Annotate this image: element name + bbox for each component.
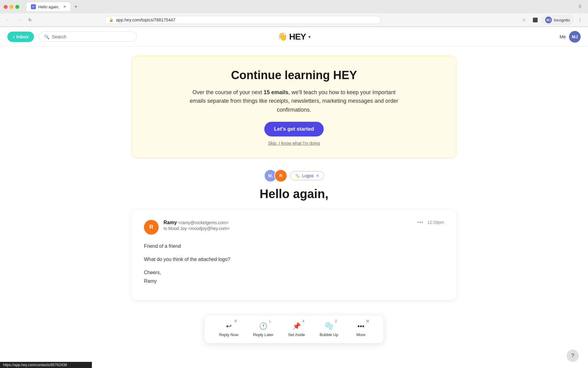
inbox-label: Inbox <box>16 34 28 39</box>
tab-favicon: H <box>31 4 36 9</box>
search-bar[interactable]: 🔍 Search <box>39 32 137 42</box>
learning-banner: Continue learning HEY Over the course of… <box>132 56 456 158</box>
email-card: R Ramy <ramy@rocketgems.com> to Mood Joy… <box>132 210 456 300</box>
back-button[interactable]: ← <box>4 16 12 24</box>
reply-later-button[interactable]: 🕐 L Reply Later <box>246 319 281 339</box>
reply-later-key: L <box>269 320 271 323</box>
more-options-button[interactable]: ••• <box>417 220 424 225</box>
sender-avatar: R <box>144 220 159 235</box>
bubble-up-label: Bubble Up <box>320 332 338 337</box>
banner-title: Continue learning HEY <box>150 68 438 82</box>
browser-chrome: H Hello again, ✕ + ⠿ ← → ↻ 🔒 app.hey.com… <box>0 0 588 27</box>
reply-now-button[interactable]: ↩ R Reply Now <box>212 319 246 339</box>
reply-later-label: Reply Later <box>253 332 273 337</box>
reply-later-icon: 🕐 L <box>258 321 268 331</box>
forward-button[interactable]: → <box>15 16 23 24</box>
email-subject: Hello again, <box>132 187 456 201</box>
downloads-button[interactable]: ⬛ <box>531 16 539 24</box>
tab-close-button[interactable]: ✕ <box>63 5 66 9</box>
status-bar: https://app.hey.com/contacts/85762438 <box>0 362 92 368</box>
lock-icon: 🔒 <box>109 18 114 22</box>
inbox-button[interactable]: ‹ Inbox <box>7 32 34 42</box>
user-avatar[interactable]: MJ <box>569 31 581 43</box>
search-placeholder: Search <box>52 34 66 39</box>
address-text: app.hey.com/topics/768175447 <box>116 17 377 22</box>
tag-icon: 🏷️ <box>295 173 300 178</box>
email-body-line1: Friend of a friend <box>144 242 444 250</box>
set-aside-icon: 📌 A <box>292 321 301 331</box>
more-label: More <box>356 332 366 337</box>
skip-link[interactable]: Skip, I know what I'm doing <box>150 141 438 146</box>
reply-now-icon: ↩ R <box>224 321 234 331</box>
browser-toolbar: ← → ↻ 🔒 app.hey.com/topics/768175447 ☆ ⬛… <box>0 13 588 27</box>
address-bar[interactable]: 🔒 app.hey.com/topics/768175447 <box>105 16 381 24</box>
toolbar-actions: ☆ ⬛ MJ Incognito ⋮ <box>520 15 584 25</box>
sidebar-toggle-button[interactable]: ⠿ <box>576 2 584 11</box>
tab-title: Hello again, <box>38 5 59 9</box>
bookmark-button[interactable]: ☆ <box>520 16 528 24</box>
sender-info: Ramy <ramy@rocketgems.com> to Mood Joy <… <box>164 220 413 231</box>
sender-email: <ramy@rocketgems.com> <box>178 220 228 225</box>
browser-tab-active[interactable]: H Hello again, ✕ <box>27 2 70 11</box>
tag-remove-button[interactable]: ✕ <box>316 173 319 178</box>
reply-now-label: Reply Now <box>219 332 239 337</box>
email-meta: ••• 12:59pm <box>417 220 444 225</box>
incognito-badge[interactable]: MJ Incognito <box>542 15 573 25</box>
participant-avatars: M. R <box>264 169 287 182</box>
get-started-button[interactable]: Let's get started <box>264 122 324 136</box>
maximize-window-button[interactable] <box>15 5 19 9</box>
banner-description: Over the course of your next 15 emails, … <box>187 88 401 114</box>
bubble-up-key: Z <box>335 320 337 323</box>
set-aside-key: A <box>302 320 304 323</box>
traffic-lights <box>4 5 19 9</box>
banner-desc-bold: 15 emails <box>264 89 288 95</box>
banner-desc-before: Over the course of your next <box>193 89 264 95</box>
email-participants: M. R 🏷️ Logos ✕ <box>132 169 456 182</box>
hey-logo-text: HEY <box>289 32 306 42</box>
email-body: Friend of a friend What do you think of … <box>144 242 444 285</box>
more-key: M <box>366 320 369 323</box>
main-content: Continue learning HEY Over the course of… <box>126 47 462 315</box>
email-timestamp: 12:59pm <box>428 220 444 225</box>
reply-now-key: R <box>235 320 237 323</box>
email-body-line2: What do you think of the attached logo? <box>144 255 444 263</box>
me-label: Me <box>560 34 566 39</box>
browser-titlebar: H Hello again, ✕ + ⠿ <box>0 0 588 13</box>
minimize-window-button[interactable] <box>9 5 13 9</box>
new-tab-button[interactable]: + <box>72 2 80 11</box>
bubble-up-icon: 🫧 Z <box>324 321 334 331</box>
status-url: https://app.hey.com/contacts/85762438 <box>3 363 67 367</box>
tab-bar: H Hello again, ✕ + <box>27 2 573 11</box>
set-aside-button[interactable]: 📌 A Set Aside <box>281 319 312 339</box>
tag-label: Logos <box>302 173 314 178</box>
wave-icon: 👋 <box>277 32 287 41</box>
set-aside-label: Set Aside <box>288 332 305 337</box>
search-icon: 🔍 <box>44 34 49 39</box>
logos-tag[interactable]: 🏷️ Logos ✕ <box>290 171 324 180</box>
more-button[interactable]: ••• M More <box>346 319 376 339</box>
email-body-sign-off: Cheers, Ramy <box>144 268 444 285</box>
email-header: R Ramy <ramy@rocketgems.com> to Mood Joy… <box>144 220 444 235</box>
reload-button[interactable]: ↻ <box>26 16 34 24</box>
action-toolbar: ↩ R Reply Now 🕐 L Reply Later 📌 A Set As… <box>204 315 384 343</box>
close-window-button[interactable] <box>4 5 8 9</box>
menu-button[interactable]: ⋮ <box>576 16 584 24</box>
more-icon: ••• M <box>356 321 366 331</box>
hey-logo[interactable]: 👋 HEY ▾ <box>277 32 311 42</box>
app-header: ‹ Inbox 🔍 Search 👋 HEY ▾ Me MJ <box>0 27 588 47</box>
sender-to: to Mood Joy <moodjoy@hey.com> <box>164 226 413 231</box>
participant-avatar-r: R <box>274 169 287 182</box>
chevron-left-icon: ‹ <box>13 34 14 40</box>
incognito-avatar: MJ <box>545 17 552 23</box>
help-button[interactable]: ? <box>567 350 579 362</box>
incognito-label: Incognito <box>554 18 570 22</box>
bubble-up-button[interactable]: 🫧 Z Bubble Up <box>312 319 346 339</box>
sender-name-line: Ramy <ramy@rocketgems.com> <box>164 220 413 225</box>
sender-name: Ramy <box>164 220 177 225</box>
logo-dropdown-arrow: ▾ <box>308 34 311 39</box>
user-area: Me MJ <box>560 31 581 43</box>
